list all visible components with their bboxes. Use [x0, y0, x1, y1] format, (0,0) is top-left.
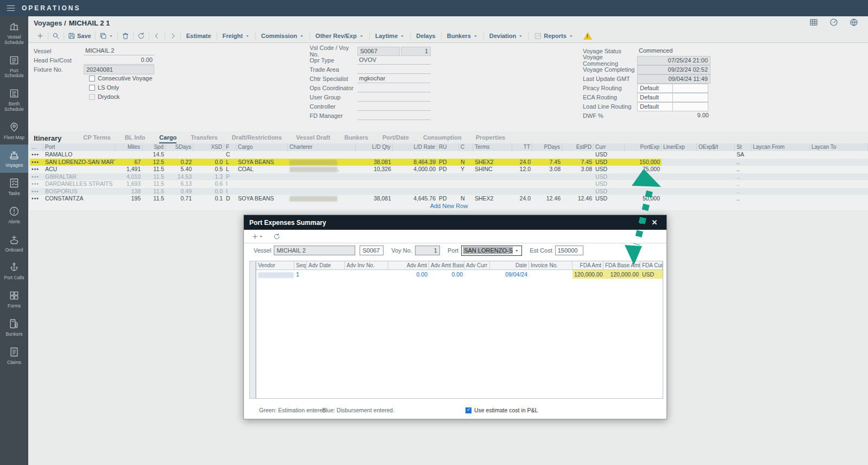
fixture-no-input[interactable]: 20240081	[84, 65, 154, 74]
add-expense-button[interactable]	[251, 233, 263, 240]
voyage-commencing-input[interactable]: 07/25/24 21:00	[637, 56, 710, 65]
port-select[interactable]: SAN LORENZO-SAN M	[461, 246, 522, 256]
voyage-completing-input[interactable]: 09/23/24 02:52	[637, 65, 710, 74]
previous-button[interactable]	[149, 32, 165, 40]
next-button[interactable]	[165, 32, 180, 40]
load-line-routing-extra-cell[interactable]	[672, 102, 708, 111]
sidebar-item-voyages[interactable]: Voyages	[0, 144, 28, 173]
copy-button[interactable]	[96, 32, 117, 40]
dialog-titlebar[interactable]: Port Expenses Summary – ✕	[244, 215, 666, 230]
row-menu-dots[interactable]: •••	[30, 173, 43, 181]
sidebar-item-port-schedule[interactable]: Port Schedule	[0, 50, 28, 84]
reports-button[interactable]: Reports	[529, 33, 579, 40]
load-line-routing-value[interactable]: Default	[637, 102, 673, 111]
row-menu-dots[interactable]: •••	[30, 180, 43, 188]
dwf-input[interactable]: 9.00	[637, 111, 710, 120]
est-cost-input[interactable]: 150000	[555, 246, 583, 255]
controller-input[interactable]	[357, 102, 431, 111]
section-title-itinerary[interactable]: Itinerary	[34, 134, 61, 142]
sidebar-item-tasks[interactable]: Tasks	[0, 173, 28, 201]
laytime-button[interactable]: Laytime	[370, 33, 411, 39]
close-button[interactable]: ✕	[648, 218, 661, 227]
tab-properties[interactable]: Properties	[476, 134, 505, 143]
freight-button[interactable]: Freight	[217, 33, 255, 39]
commission-button[interactable]: Commission	[256, 33, 310, 39]
eca-routing-value[interactable]: Default	[637, 93, 673, 102]
bunkers-button[interactable]: Bunkers	[442, 33, 483, 39]
refresh-button[interactable]	[273, 233, 280, 240]
last-update-gmt-input[interactable]: 09/04/24 11:49	[637, 74, 710, 84]
estimate-button[interactable]: Estimate	[181, 33, 217, 39]
itinerary-row-constantza[interactable]: •••CONSTANTZA19511.50.710.1DSOYA BEANS38…	[30, 195, 868, 203]
other-rev-exp-button[interactable]: Other Rev/Exp	[310, 33, 369, 39]
tab-cargo[interactable]: Cargo	[159, 134, 177, 143]
fd-manager-input[interactable]	[357, 111, 431, 120]
vessel-code-input[interactable]: S0067	[360, 246, 383, 255]
tab-consumption[interactable]: Consumption	[423, 134, 462, 143]
trade-area-input[interactable]	[357, 65, 431, 74]
delays-button[interactable]: Delays	[411, 33, 441, 39]
refresh-button[interactable]	[134, 32, 149, 40]
chtr-specialist-input[interactable]: mgkochar	[357, 74, 431, 83]
checkbox-icon[interactable]	[89, 85, 95, 91]
vessel-input[interactable]: MICHAIL 2	[84, 47, 154, 55]
row-menu-dots[interactable]: •••	[30, 166, 43, 173]
piracy-routing-extra-cell[interactable]	[672, 84, 708, 93]
tab-transfers[interactable]: Transfers	[191, 134, 218, 143]
sidebar-item-bunkers[interactable]: Bunkers	[0, 313, 28, 342]
voy-no-input[interactable]: 1	[401, 47, 431, 56]
row-menu-dots[interactable]: •••	[30, 151, 43, 159]
voy-no-input[interactable]: 1	[415, 246, 440, 255]
checkbox-consecutive-voyage[interactable]: Consecutive Voyage	[89, 75, 152, 81]
delete-button[interactable]	[118, 32, 133, 40]
warning-icon[interactable]	[583, 32, 592, 40]
opr-type-input[interactable]: OVOV	[357, 56, 431, 65]
sidebar-item-port-calls[interactable]: Port Calls	[0, 257, 28, 285]
itinerary-row-bosporus[interactable]: •••BOSPORUS13811.50.490.0IUSD..	[30, 188, 868, 196]
vsl-code-input[interactable]: S0067	[357, 47, 400, 56]
sidebar-item-berth-schedule[interactable]: Berth Schedule	[0, 83, 28, 117]
sidebar-item-vessel-schedule[interactable]: Vessel Schedule	[0, 16, 28, 50]
breadcrumb-voyages[interactable]: Voyages /	[34, 19, 66, 27]
voyage-status-input[interactable]: Commenced	[637, 47, 710, 55]
itinerary-row-san-lorenzo-san-martin[interactable]: •••SAN LORENZO-SAN MARTIN6712.50.220.0LS…	[30, 159, 868, 166]
globe-icon[interactable]	[850, 18, 858, 28]
gauge-icon[interactable]	[829, 18, 838, 28]
sidebar-item-fleet-map[interactable]: Fleet Map	[0, 117, 28, 145]
hamburger-menu-icon[interactable]	[0, 3, 22, 13]
add-button[interactable]	[33, 32, 48, 40]
eca-routing-extra-cell[interactable]	[672, 93, 708, 102]
row-menu-dots[interactable]: •••	[30, 159, 43, 166]
checkbox-checked-icon[interactable]	[466, 407, 471, 413]
tab-cp-terms[interactable]: CP Terms	[83, 134, 110, 143]
tab-draft-restrictions[interactable]: Draft/Restrictions	[232, 134, 282, 143]
checkbox-icon[interactable]	[89, 94, 95, 100]
deviation-button[interactable]: Deviation	[484, 33, 529, 39]
tab-bunkers[interactable]: Bunkers	[344, 134, 368, 143]
sidebar-item-forms[interactable]: Forms	[0, 285, 28, 313]
save-button[interactable]: Save	[64, 32, 95, 40]
tab-port-date[interactable]: Port/Date	[382, 134, 409, 143]
minimize-button[interactable]: –	[635, 218, 648, 227]
add-new-row-link[interactable]: Add New Row	[430, 203, 468, 209]
checkbox-ls-only[interactable]: LS Only	[89, 84, 119, 91]
row-menu-dots[interactable]: •••	[30, 195, 43, 203]
row-menu-dots[interactable]: •••	[30, 188, 43, 196]
checkbox-icon[interactable]	[89, 76, 95, 81]
use-estimate-checkbox[interactable]: Use estimate cost in P&L	[466, 407, 538, 413]
sidebar-item-claims[interactable]: Claims	[0, 342, 28, 370]
ops-coordinator-input[interactable]	[357, 84, 431, 92]
sidebar-item-onboard[interactable]: Onboard	[0, 229, 28, 257]
row-selector-strip[interactable]	[249, 261, 256, 399]
user-group-input[interactable]	[357, 93, 431, 102]
search-button[interactable]	[48, 32, 64, 40]
itinerary-row-ramallo[interactable]: •••RAMALLO14.5CUSDSA	[30, 151, 868, 159]
head-fix-cost-input[interactable]: 0.00	[84, 56, 154, 65]
checkbox-drydock[interactable]: Drydock	[89, 93, 119, 100]
itinerary-row-acu[interactable]: •••ACU1,49111.55.400.5LCOAL.10,3264,000.…	[30, 166, 868, 173]
sidebar-item-alerts[interactable]: Alerts	[0, 201, 28, 229]
tab-vessel-draft[interactable]: Vessel Draft	[296, 134, 330, 143]
expense-row[interactable]: 10.000.0009/04/24120,000.00120,000.00USD	[256, 270, 663, 279]
tab-bl-info[interactable]: BL Info	[125, 134, 146, 143]
piracy-routing-value[interactable]: Default	[637, 84, 673, 93]
